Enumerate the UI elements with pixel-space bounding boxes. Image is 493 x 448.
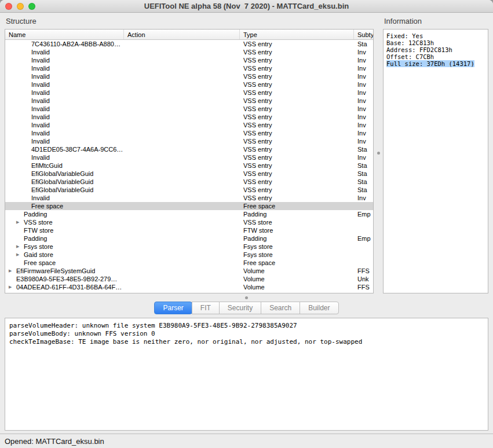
table-row[interactable]: ▶ EfiGlobalVariableGuid VSS entry Sta [5, 170, 373, 178]
table-row[interactable]: ▶ Padding Padding Emp [5, 234, 373, 243]
row-subtype: Inv [354, 72, 373, 80]
table-row[interactable]: ▶ Invalid VSS entry Inv [5, 137, 373, 145]
row-action [124, 194, 240, 202]
table-row[interactable]: ▶ Free space Free space [5, 202, 373, 210]
disclosure-triangle-icon[interactable]: ▶ [16, 218, 24, 226]
row-type: VSS entry [240, 194, 354, 202]
row-subtype: Inv [354, 113, 373, 121]
row-type: VSS entry [240, 48, 354, 56]
table-row[interactable]: ▶ Invalid VSS entry Inv [5, 72, 373, 80]
info-text: Address: FFD2C813h [386, 46, 452, 53]
table-row[interactable]: ▶ EfiGlobalVariableGuid VSS entry Sta [5, 178, 373, 186]
message-line: parseVolumeBody: unknown FFS version 0 [9, 330, 484, 338]
table-row[interactable]: ▶ Invalid VSS entry Inv [5, 48, 373, 56]
row-name: Invalid [31, 64, 50, 72]
table-row[interactable]: ▶ EfiMtcGuid VSS entry Sta [5, 161, 373, 170]
minimize-button[interactable] [17, 3, 24, 10]
row-name: Free space [31, 202, 63, 210]
cell-name: ▶ Fsys store [5, 243, 124, 251]
table-row[interactable]: ▶ 7C436110-AB2A-4BBB-A880… VSS entry Sta [5, 40, 373, 48]
table-row[interactable]: ▶ Invalid VSS entry Inv [5, 56, 373, 64]
table-row[interactable]: ▶ Invalid VSS entry Inv [5, 153, 373, 161]
information-panel[interactable]: Fixed: YesBase: 12C813hAddress: FFD2C813… [383, 29, 488, 293]
column-header-action[interactable]: Action [124, 30, 240, 39]
horizontal-splitter[interactable] [5, 293, 488, 302]
info-line: Address: FFD2C813h [386, 46, 485, 53]
column-header-subtype[interactable]: Subtype [354, 30, 373, 39]
column-header-type[interactable]: Type [240, 30, 354, 39]
row-subtype: Inv [354, 129, 373, 137]
info-text: Fixed: Yes [386, 32, 423, 39]
table-row[interactable]: ▶ Gaid store Fsys store [5, 251, 373, 259]
titlebar[interactable]: UEFITool NE alpha 58 (Nov 7 2020) - MATT… [0, 0, 493, 13]
row-action [124, 178, 240, 186]
table-row[interactable]: ▶ E3B980A9-5FE3-48E5-9B92-279… Volume Un… [5, 275, 373, 283]
cell-name: ▶ 04ADEEAD-61FF-4D31-B6BA-64F… [5, 283, 124, 291]
tab-search[interactable]: Search [261, 302, 300, 314]
row-type: VSS entry [240, 40, 354, 48]
row-name: EfiGlobalVariableGuid [31, 170, 93, 178]
row-type: VSS entry [240, 89, 354, 97]
tab-parser[interactable]: Parser [154, 302, 192, 314]
table-row[interactable]: ▶ Invalid VSS entry Inv [5, 113, 373, 121]
message-line: checkTeImageBase: TE image base is neith… [9, 338, 484, 346]
tab-security[interactable]: Security [219, 302, 261, 314]
disclosure-triangle-icon[interactable]: ▶ [9, 267, 16, 275]
table-row[interactable]: ▶ Invalid VSS entry Inv [5, 64, 373, 72]
row-type: VSS entry [240, 161, 354, 170]
table-row[interactable]: ▶ Invalid VSS entry Inv [5, 129, 373, 137]
row-subtype: Sta [354, 40, 373, 48]
row-subtype: Inv [354, 105, 373, 113]
row-subtype: Inv [354, 80, 373, 89]
row-action [124, 283, 240, 291]
table-row[interactable]: ▶ 4D1EDE05-38C7-4A6A-9CC6… VSS entry Sta [5, 145, 373, 153]
row-name: FTW store [24, 226, 53, 234]
row-name: EfiFirmwareFileSystemGuid [16, 267, 95, 275]
message-tabbar: ParserFITSecuritySearchBuilder [5, 302, 488, 314]
tree-body: ▶ 7C436110-AB2A-4BBB-A880… VSS entry Sta… [5, 40, 373, 293]
row-subtype: Inv [354, 48, 373, 56]
row-action [124, 234, 240, 243]
message-panel[interactable]: parseVolumeHeader: unknown file system E… [5, 318, 488, 431]
row-action [124, 40, 240, 48]
table-row[interactable]: ▶ Invalid VSS entry Inv [5, 105, 373, 113]
table-row[interactable]: ▶ EfiFirmwareFileSystemGuid Volume FFS [5, 267, 373, 275]
disclosure-triangle-icon[interactable]: ▶ [16, 243, 24, 251]
table-row[interactable]: ▶ Invalid VSS entry Inv [5, 80, 373, 89]
table-row[interactable]: ▶ Padding Padding Emp [5, 210, 373, 218]
column-header-name[interactable]: Name [5, 30, 124, 39]
cell-name: ▶ Free space [5, 202, 124, 210]
row-name: Invalid [31, 137, 50, 145]
structure-tree[interactable]: Name Action Type Subtype ▶ 7C436110-AB2A… [5, 29, 374, 293]
uefitool-window: UEFITool NE alpha 58 (Nov 7 2020) - MATT… [0, 0, 493, 448]
row-subtype: Inv [354, 56, 373, 64]
table-row[interactable]: ▶ Fsys store Fsys store [5, 243, 373, 251]
table-row[interactable]: ▶ Invalid VSS entry Inv [5, 89, 373, 97]
disclosure-triangle-icon[interactable]: ▶ [9, 283, 16, 291]
table-row[interactable]: ▶ VSS store VSS store [5, 218, 373, 226]
row-action [124, 64, 240, 72]
row-subtype: Inv [354, 89, 373, 97]
close-button[interactable] [5, 3, 12, 10]
table-row[interactable]: ▶ Invalid VSS entry Inv [5, 97, 373, 105]
row-action [124, 170, 240, 178]
table-row[interactable]: ▶ EfiGlobalVariableGuid VSS entry Sta [5, 186, 373, 194]
tab-fit[interactable]: FIT [192, 302, 220, 314]
table-row[interactable]: ▶ Free space Free space [5, 259, 373, 267]
zoom-button[interactable] [28, 3, 35, 10]
vertical-splitter[interactable] [374, 13, 383, 293]
table-row[interactable]: ▶ Invalid VSS entry Inv [5, 121, 373, 129]
table-row[interactable]: ▶ Invalid VSS entry Inv [5, 194, 373, 202]
cell-name: ▶ Padding [5, 210, 124, 218]
table-row[interactable]: ▶ FTW store FTW store [5, 226, 373, 234]
row-action [124, 89, 240, 97]
row-action [124, 218, 240, 226]
structure-label: Structure [5, 13, 374, 29]
row-action [124, 72, 240, 80]
row-type: Padding [240, 234, 354, 243]
statusbar: Opened: MATTCard_eksu.bin [0, 434, 493, 448]
tab-builder[interactable]: Builder [300, 302, 338, 314]
row-name: Invalid [31, 80, 50, 89]
table-row[interactable]: ▶ 04ADEEAD-61FF-4D31-B6BA-64F… Volume FF… [5, 283, 373, 291]
disclosure-triangle-icon[interactable]: ▶ [16, 251, 24, 259]
